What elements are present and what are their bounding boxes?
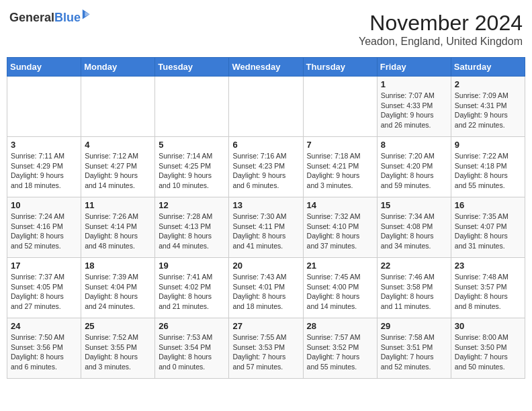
calendar-cell: 15Sunrise: 7:34 AMSunset: 4:08 PMDayligh… [377,197,451,258]
calendar-cell: 12Sunrise: 7:28 AMSunset: 4:13 PMDayligh… [155,197,229,258]
calendar-cell: 2Sunrise: 7:09 AMSunset: 4:31 PMDaylight… [451,77,525,137]
calendar-cell: 22Sunrise: 7:46 AMSunset: 3:58 PMDayligh… [377,258,451,318]
day-number: 20 [232,261,299,271]
month-title: November 2024 [359,11,523,36]
day-info: Sunrise: 7:18 AMSunset: 4:21 PMDaylight:… [307,151,373,191]
day-number: 15 [381,200,447,210]
day-info: Sunrise: 7:58 AMSunset: 3:51 PMDaylight:… [381,332,447,372]
day-info: Sunrise: 7:24 AMSunset: 4:16 PMDaylight:… [11,212,77,251]
day-info: Sunrise: 7:43 AMSunset: 4:01 PMDaylight:… [232,272,299,312]
day-info: Sunrise: 7:48 AMSunset: 3:57 PMDaylight:… [455,272,521,312]
day-number: 9 [455,140,521,150]
day-number: 4 [85,140,151,150]
calendar-cell: 27Sunrise: 7:55 AMSunset: 3:53 PMDayligh… [229,318,303,379]
calendar-cell: 16Sunrise: 7:35 AMSunset: 4:07 PMDayligh… [451,197,525,258]
calendar-cell: 25Sunrise: 7:52 AMSunset: 3:55 PMDayligh… [81,318,155,379]
day-info: Sunrise: 7:46 AMSunset: 3:58 PMDaylight:… [381,272,447,312]
calendar-cell: 19Sunrise: 7:41 AMSunset: 4:02 PMDayligh… [155,258,229,318]
day-info: Sunrise: 7:52 AMSunset: 3:55 PMDaylight:… [85,332,151,372]
calendar-cell: 4Sunrise: 7:12 AMSunset: 4:27 PMDaylight… [81,137,155,197]
header-thursday: Thursday [303,58,377,77]
day-number: 23 [455,261,521,271]
day-number: 17 [11,261,77,271]
logo-blue: Blue [54,11,81,24]
day-number: 5 [159,140,225,150]
calendar-cell [81,77,155,137]
day-number: 8 [381,140,447,150]
calendar-cell: 3Sunrise: 7:11 AMSunset: 4:29 PMDaylight… [7,137,81,197]
calendar-cell: 24Sunrise: 7:50 AMSunset: 3:56 PMDayligh… [7,318,81,379]
week-row-3: 10Sunrise: 7:24 AMSunset: 4:16 PMDayligh… [7,197,525,258]
calendar-cell [155,77,229,137]
title-area: November 2024 Yeadon, England, United Ki… [359,11,523,48]
day-number: 11 [85,200,151,210]
header-friday: Friday [377,58,451,77]
calendar-cell: 8Sunrise: 7:20 AMSunset: 4:20 PMDaylight… [377,137,451,197]
day-number: 29 [381,321,447,331]
day-number: 14 [307,200,373,210]
calendar-cell: 7Sunrise: 7:18 AMSunset: 4:21 PMDaylight… [303,137,377,197]
day-number: 6 [232,140,299,150]
calendar-cell: 21Sunrise: 7:45 AMSunset: 4:00 PMDayligh… [303,258,377,318]
day-number: 3 [11,140,77,150]
calendar-cell [7,77,81,137]
week-row-5: 24Sunrise: 7:50 AMSunset: 3:56 PMDayligh… [7,318,525,379]
calendar-cell: 11Sunrise: 7:26 AMSunset: 4:14 PMDayligh… [81,197,155,258]
day-info: Sunrise: 7:32 AMSunset: 4:10 PMDaylight:… [307,212,373,251]
calendar-cell: 1Sunrise: 7:07 AMSunset: 4:33 PMDaylight… [377,77,451,137]
day-info: Sunrise: 7:16 AMSunset: 4:23 PMDaylight:… [232,151,299,191]
day-info: Sunrise: 7:12 AMSunset: 4:27 PMDaylight:… [85,151,151,191]
calendar-cell: 13Sunrise: 7:30 AMSunset: 4:11 PMDayligh… [229,197,303,258]
calendar-cell: 10Sunrise: 7:24 AMSunset: 4:16 PMDayligh… [7,197,81,258]
day-info: Sunrise: 7:34 AMSunset: 4:08 PMDaylight:… [381,212,447,251]
day-number: 16 [455,200,521,210]
logo: GeneralBlue [9,11,81,25]
calendar-cell [229,77,303,137]
day-info: Sunrise: 7:07 AMSunset: 4:33 PMDaylight:… [381,91,447,130]
day-info: Sunrise: 7:50 AMSunset: 3:56 PMDaylight:… [11,332,77,372]
day-number: 27 [232,321,299,331]
calendar-cell: 17Sunrise: 7:37 AMSunset: 4:05 PMDayligh… [7,258,81,318]
calendar-cell: 20Sunrise: 7:43 AMSunset: 4:01 PMDayligh… [229,258,303,318]
calendar-cell: 9Sunrise: 7:22 AMSunset: 4:18 PMDaylight… [451,137,525,197]
logo-general: General [9,11,54,24]
day-number: 22 [381,261,447,271]
header-wednesday: Wednesday [229,58,303,77]
day-info: Sunrise: 7:37 AMSunset: 4:05 PMDaylight:… [11,272,77,312]
day-number: 7 [307,140,373,150]
day-info: Sunrise: 7:53 AMSunset: 3:54 PMDaylight:… [159,332,225,372]
day-number: 19 [159,261,225,271]
location-title: Yeadon, England, United Kingdom [359,36,523,48]
day-number: 24 [11,321,77,331]
calendar-cell: 30Sunrise: 8:00 AMSunset: 3:50 PMDayligh… [451,318,525,379]
day-number: 2 [455,79,521,89]
day-info: Sunrise: 7:28 AMSunset: 4:13 PMDaylight:… [159,212,225,251]
day-number: 12 [159,200,225,210]
day-number: 18 [85,261,151,271]
week-row-4: 17Sunrise: 7:37 AMSunset: 4:05 PMDayligh… [7,258,525,318]
header-row: SundayMondayTuesdayWednesdayThursdayFrid… [7,58,525,77]
header-saturday: Saturday [451,58,525,77]
day-number: 21 [307,261,373,271]
day-info: Sunrise: 7:41 AMSunset: 4:02 PMDaylight:… [159,272,225,312]
day-number: 26 [159,321,225,331]
header-tuesday: Tuesday [155,58,229,77]
week-row-2: 3Sunrise: 7:11 AMSunset: 4:29 PMDaylight… [7,137,525,197]
svg-marker-1 [85,12,89,17]
day-info: Sunrise: 7:09 AMSunset: 4:31 PMDaylight:… [455,91,521,130]
day-number: 30 [455,321,521,331]
day-number: 1 [381,79,447,89]
day-info: Sunrise: 7:39 AMSunset: 4:04 PMDaylight:… [85,272,151,312]
calendar-cell: 14Sunrise: 7:32 AMSunset: 4:10 PMDayligh… [303,197,377,258]
calendar-cell: 6Sunrise: 7:16 AMSunset: 4:23 PMDaylight… [229,137,303,197]
day-number: 10 [11,200,77,210]
day-number: 25 [85,321,151,331]
day-info: Sunrise: 7:14 AMSunset: 4:25 PMDaylight:… [159,151,225,191]
calendar-cell [303,77,377,137]
calendar-table: SundayMondayTuesdayWednesdayThursdayFrid… [7,57,525,379]
day-info: Sunrise: 8:00 AMSunset: 3:50 PMDaylight:… [455,332,521,372]
calendar-cell: 18Sunrise: 7:39 AMSunset: 4:04 PMDayligh… [81,258,155,318]
calendar-cell: 23Sunrise: 7:48 AMSunset: 3:57 PMDayligh… [451,258,525,318]
day-info: Sunrise: 7:35 AMSunset: 4:07 PMDaylight:… [455,212,521,251]
calendar-cell: 26Sunrise: 7:53 AMSunset: 3:54 PMDayligh… [155,318,229,379]
